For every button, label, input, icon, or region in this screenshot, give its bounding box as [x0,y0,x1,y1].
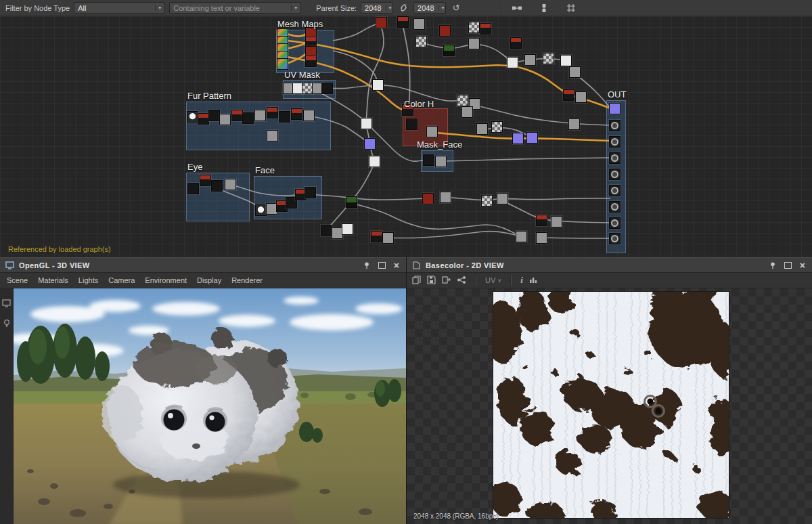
graph-node[interactable] [291,108,302,120]
histogram-icon[interactable] [529,276,537,285]
node-stack-icon[interactable] [538,2,550,14]
graph-node[interactable] [242,112,254,124]
parent-width-dropdown[interactable]: 2048 ▾ [361,2,393,14]
graph-node[interactable] [376,17,387,28]
graph-node[interactable] [277,58,288,70]
light-icon[interactable] [3,318,11,330]
graph-node[interactable] [397,16,409,28]
graph-node[interactable] [208,110,220,121]
pin-icon[interactable] [361,260,372,271]
graph-node[interactable] [267,130,278,141]
graph-node[interactable] [491,121,503,133]
link-size-icon[interactable] [397,2,409,14]
close-icon[interactable]: × [797,260,808,271]
parent-height-dropdown[interactable]: 2048 ▾ [413,2,446,14]
graph-node[interactable] [568,118,580,130]
graph-node[interactable] [198,113,209,125]
maximize-icon[interactable] [782,260,793,271]
graph-node[interactable] [609,103,621,114]
maximize-icon[interactable] [376,260,387,271]
save-image-icon[interactable] [427,276,436,286]
graph-node[interactable] [422,193,434,204]
menu-lights[interactable]: Lights [78,276,98,284]
graph-node[interactable] [526,132,538,144]
graph-node[interactable] [516,231,527,242]
panel-2d-titlebar[interactable]: Basecolor - 2D VIEW × [407,257,812,273]
graph-node[interactable] [413,18,425,30]
viewport-2d[interactable]: 2048 x 2048 (RGBA, 16bpc) [407,288,812,524]
graph-node[interactable] [560,55,572,66]
graph-node[interactable] [279,111,290,123]
graph-node[interactable] [231,110,243,121]
graph-node[interactable] [305,56,317,67]
graph-node[interactable] [461,106,473,118]
uv-mode-dropdown[interactable]: UV ∨ [485,276,501,284]
graph-node[interactable] [342,223,353,235]
graph-node[interactable] [609,201,621,213]
graph-node[interactable] [415,36,427,47]
graph-node[interactable] [457,95,468,106]
menu-renderer[interactable]: Renderer [231,276,263,284]
graph-node[interactable] [512,133,524,144]
close-icon[interactable]: × [391,260,402,271]
graph-node[interactable] [468,38,480,49]
graph-node[interactable] [382,232,394,244]
graph-node[interactable] [440,192,451,203]
graph-node[interactable] [443,45,455,56]
graph-node[interactable] [536,215,547,226]
graph-node[interactable] [426,126,438,137]
graph-node[interactable] [609,136,621,148]
graph-node[interactable] [200,175,211,186]
menu-camera[interactable]: Camera [108,276,135,284]
graph-node[interactable] [254,110,266,121]
graph-node[interactable] [369,156,380,167]
menu-display[interactable]: Display [197,276,221,284]
graph-node[interactable] [219,114,231,125]
graph-node[interactable] [321,225,332,236]
snap-grid-icon[interactable] [565,2,577,14]
search-filter-dropdown[interactable]: Containing text or variable ▾ [169,2,301,14]
graph-node[interactable] [609,233,621,244]
graph-node[interactable] [435,156,447,167]
connect-nodes-icon[interactable] [511,2,523,14]
graph-node[interactable] [439,25,451,37]
menu-environment[interactable]: Environment [145,276,187,284]
graph-node[interactable] [510,37,522,49]
graph-node[interactable] [480,23,491,35]
graph-node[interactable] [543,53,554,64]
graph-node[interactable] [303,110,315,121]
reset-size-icon[interactable]: ↺ [450,2,462,14]
graph-node[interactable] [481,195,493,206]
node-graph-canvas[interactable]: Referenced by loaded graph(s) Mesh MapsU… [0,16,812,257]
graph-node[interactable] [267,107,278,118]
graph-node[interactable] [609,217,621,229]
menu-scene[interactable]: Scene [7,276,28,284]
graph-node[interactable] [372,79,384,91]
graph-node[interactable] [468,22,480,33]
panel-3d-titlebar[interactable]: OpenGL - 3D VIEW × [0,257,406,273]
graph-node[interactable] [187,111,198,123]
graph-node[interactable] [476,123,488,135]
graph-link-icon[interactable] [457,276,466,286]
display-mode-icon[interactable] [2,298,11,310]
graph-node[interactable] [225,179,236,190]
graph-node[interactable] [371,231,382,242]
graph-node[interactable] [609,185,621,196]
graph-node[interactable] [507,57,518,68]
graph-node[interactable] [524,54,536,66]
export-image-icon[interactable] [442,276,451,286]
graph-node[interactable] [321,83,333,94]
graph-node[interactable] [536,232,547,244]
graph-node[interactable] [361,118,372,129]
graph-node[interactable] [406,118,418,130]
menu-materials[interactable]: Materials [38,276,68,284]
graph-node[interactable] [423,154,434,166]
graph-node[interactable] [346,196,357,208]
graph-node[interactable] [563,89,574,101]
pin-icon[interactable] [767,260,778,271]
node-type-filter-dropdown[interactable]: All ▾ [74,2,165,14]
graph-node[interactable] [569,66,581,78]
info-icon[interactable]: i [520,275,523,286]
graph-node[interactable] [609,152,621,164]
graph-node[interactable] [575,91,587,103]
